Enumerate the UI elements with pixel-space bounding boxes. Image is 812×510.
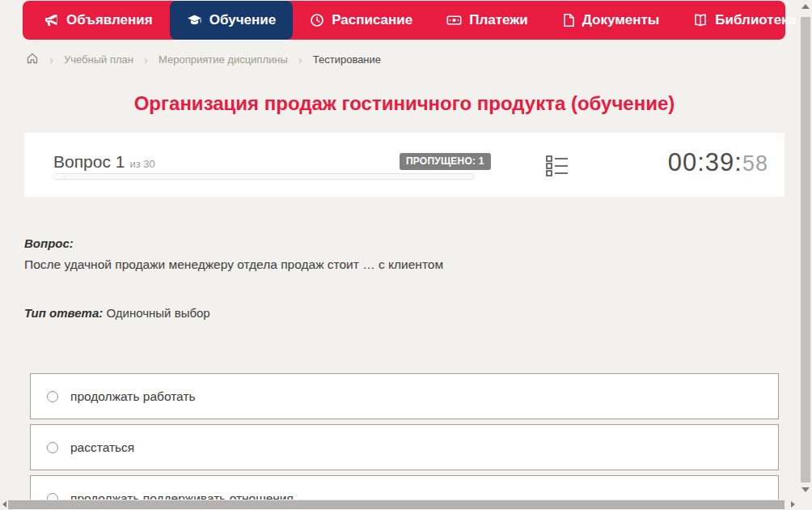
radio-button[interactable] bbox=[47, 442, 58, 453]
skipped-badge: ПРОПУЩЕНО: 1 bbox=[400, 153, 491, 170]
breadcrumb: › Учебный план › Мероприятие дисциплины … bbox=[26, 51, 381, 67]
question-progress-card: Вопрос 1из 30 ПРОПУЩЕНО: 1 00:39:58 bbox=[24, 133, 785, 197]
nav-tab-announcements[interactable]: Объявления bbox=[27, 1, 170, 40]
answer-options: продолжать работать расстаться продолжат… bbox=[30, 373, 779, 510]
timer-seconds: 58 bbox=[742, 151, 768, 176]
nav-tab-learning[interactable]: Обучение bbox=[170, 1, 293, 40]
breadcrumb-separator: › bbox=[298, 53, 302, 66]
breadcrumb-separator: › bbox=[49, 53, 53, 66]
payment-icon bbox=[446, 13, 462, 28]
nav-tab-label: Документы bbox=[582, 12, 660, 28]
horizontal-scrollbar[interactable] bbox=[0, 499, 798, 510]
scroll-right-arrow[interactable] bbox=[791, 501, 795, 508]
question-progress-bar bbox=[53, 173, 475, 180]
nav-tab-label: Расписание bbox=[332, 12, 412, 28]
radio-button[interactable] bbox=[47, 391, 58, 402]
horizontal-scroll-thumb[interactable] bbox=[8, 500, 785, 509]
nav-tab-label: Объявления bbox=[66, 12, 153, 28]
document-icon bbox=[562, 13, 575, 28]
answer-option-label: расстаться bbox=[70, 440, 134, 455]
question-total-label: из 30 bbox=[129, 158, 154, 170]
question-progress-fill bbox=[53, 174, 65, 179]
graduation-cap-icon bbox=[187, 13, 202, 28]
breadcrumb-testing: Тестирование bbox=[313, 53, 381, 66]
main-navbar: Объявления Обучение Расписание Платежи Д… bbox=[23, 1, 785, 40]
breadcrumb-study-plan[interactable]: Учебный план bbox=[64, 53, 133, 66]
answer-type-value: Одиночный выбор bbox=[106, 306, 209, 320]
nav-tab-schedule[interactable]: Расписание bbox=[293, 1, 429, 40]
scrollbar-corner bbox=[798, 499, 812, 510]
megaphone-icon bbox=[44, 13, 59, 28]
answer-type-row: Тип ответа: Одиночный выбор bbox=[24, 306, 210, 320]
timer: 00:39:58 bbox=[668, 148, 768, 177]
question-text: После удачной продажи менеджеру отдела п… bbox=[24, 257, 443, 272]
answer-type-label: Тип ответа: bbox=[24, 306, 103, 320]
question-list-icon[interactable] bbox=[546, 155, 569, 180]
nav-tab-documents[interactable]: Документы bbox=[545, 1, 677, 40]
timer-minutes: 00:39: bbox=[668, 148, 742, 176]
answer-option-2[interactable]: расстаться bbox=[30, 424, 779, 470]
nav-tab-label: Библиотека bbox=[715, 12, 796, 28]
answer-option-1[interactable]: продолжать работать bbox=[30, 373, 779, 419]
scroll-up-arrow[interactable] bbox=[801, 4, 810, 9]
question-number: Вопрос 1из 30 bbox=[53, 152, 155, 172]
nav-tab-library[interactable]: Библиотека bbox=[676, 1, 812, 40]
nav-tab-label: Платежи bbox=[469, 12, 528, 28]
question-heading: Вопрос: bbox=[24, 236, 74, 250]
home-icon[interactable] bbox=[26, 52, 39, 67]
breadcrumb-separator: › bbox=[144, 53, 148, 66]
answer-option-label: продолжать работать bbox=[70, 389, 196, 404]
scroll-down-arrow[interactable] bbox=[801, 487, 810, 492]
nav-tab-payments[interactable]: Платежи bbox=[429, 1, 545, 40]
scroll-left-arrow[interactable] bbox=[2, 501, 6, 508]
question-number-label: Вопрос 1 bbox=[53, 152, 125, 171]
vertical-scrollbar[interactable] bbox=[798, 0, 812, 499]
book-icon bbox=[693, 13, 708, 28]
vertical-scroll-thumb[interactable] bbox=[801, 17, 810, 482]
page-title: Организация продаж гостиничного продукта… bbox=[24, 92, 785, 115]
clock-icon bbox=[310, 13, 324, 28]
nav-tab-label: Обучение bbox=[209, 12, 276, 28]
breadcrumb-discipline-event[interactable]: Мероприятие дисциплины bbox=[159, 53, 288, 66]
